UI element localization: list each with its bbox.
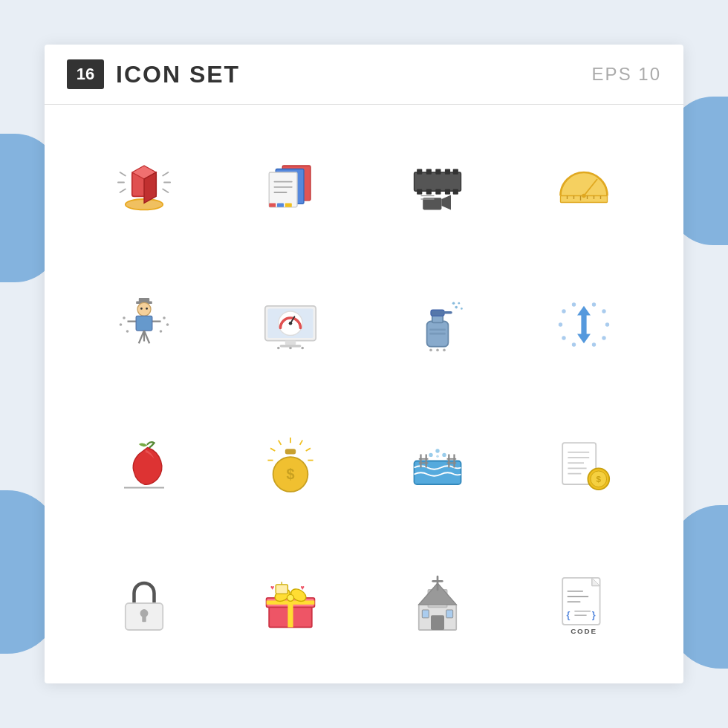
protractor-icon: [550, 152, 617, 219]
icon-cell-gift: ♥ ♥: [221, 538, 361, 670]
icon-cell-transfer: [515, 259, 654, 391]
svg-rect-18: [285, 203, 292, 207]
svg-point-84: [559, 323, 562, 327]
scarecrow-icon: [111, 291, 178, 358]
svg-rect-137: [276, 585, 287, 594]
icons-grid: $: [45, 105, 683, 684]
svg-rect-61: [285, 341, 296, 345]
svg-point-46: [140, 308, 143, 310]
svg-text:$: $: [287, 466, 295, 482]
svg-rect-17: [277, 203, 284, 207]
icon-cell-protractor: [515, 120, 654, 252]
document-coin-icon: $: [550, 431, 617, 498]
svg-point-85: [605, 323, 609, 327]
svg-text:♥: ♥: [270, 584, 274, 591]
film-strip-icon: [404, 152, 471, 219]
svg-line-100: [270, 448, 275, 451]
svg-point-76: [461, 308, 463, 310]
svg-rect-142: [431, 615, 444, 630]
svg-text:♥: ♥: [301, 584, 305, 591]
svg-line-9: [163, 189, 168, 192]
svg-rect-72: [443, 311, 452, 314]
svg-point-57: [126, 330, 129, 333]
icon-cell-monitor-speed: [221, 259, 361, 391]
svg-line-97: [306, 448, 311, 451]
svg-rect-144: [446, 610, 452, 618]
lock-icon: [111, 570, 178, 637]
svg-line-6: [120, 189, 125, 192]
money-bag-icon: $: [257, 431, 324, 498]
svg-point-115: [435, 449, 439, 452]
svg-point-75: [452, 302, 455, 305]
documents-icon: [257, 152, 324, 219]
icon-cell-chili: [74, 398, 214, 530]
svg-rect-21: [426, 169, 431, 174]
svg-point-79: [429, 349, 432, 352]
svg-point-67: [289, 347, 292, 350]
svg-rect-27: [435, 189, 441, 194]
icon-cell-documents: [221, 120, 361, 252]
svg-text:CODE: CODE: [571, 628, 597, 636]
icon-cell-swimming-pool: [368, 398, 507, 530]
svg-text:}: }: [592, 610, 596, 620]
svg-point-58: [159, 330, 162, 333]
3d-cube-icon: [111, 152, 178, 219]
svg-point-83: [602, 310, 606, 313]
svg-point-55: [163, 316, 166, 319]
icon-cell-document-coin: $: [515, 398, 654, 530]
icon-cell-lock: [74, 538, 214, 670]
chili-icon: [111, 431, 178, 498]
gift-icon: ♥ ♥: [257, 570, 324, 637]
header-eps: EPS 10: [592, 64, 661, 85]
svg-point-81: [443, 349, 446, 352]
svg-line-99: [279, 440, 282, 444]
svg-point-91: [592, 343, 596, 347]
icon-cell-perfume: [368, 259, 507, 391]
header: 16 ICON SET EPS 10: [45, 45, 683, 105]
icon-cell-film-strip: [368, 120, 507, 252]
code-file-icon: { } CODE: [550, 570, 617, 637]
svg-rect-28: [445, 189, 450, 194]
svg-point-87: [602, 337, 606, 340]
svg-point-86: [562, 337, 566, 340]
icon-cell-scarecrow: [74, 259, 214, 391]
svg-point-88: [572, 303, 576, 307]
svg-point-89: [592, 303, 596, 307]
icon-cell-code-file: { } CODE: [515, 538, 654, 670]
svg-marker-92: [577, 306, 591, 325]
svg-rect-50: [136, 316, 152, 331]
svg-marker-31: [441, 195, 451, 209]
svg-point-68: [302, 347, 305, 350]
svg-line-96: [300, 440, 303, 444]
svg-point-116: [442, 452, 446, 456]
svg-point-47: [146, 308, 148, 310]
perfume-icon: [404, 291, 471, 358]
transfer-icon: [550, 291, 617, 358]
icon-cell-3d-cube: [74, 120, 214, 252]
svg-rect-22: [435, 169, 441, 174]
svg-marker-93: [577, 325, 591, 343]
svg-rect-102: [285, 449, 296, 454]
svg-point-66: [277, 347, 280, 350]
monitor-speed-icon: [257, 291, 324, 358]
svg-point-74: [458, 302, 460, 305]
svg-text:$: $: [597, 474, 602, 484]
svg-rect-26: [426, 189, 431, 194]
icon-cell-church: [368, 538, 507, 670]
svg-rect-23: [445, 169, 450, 174]
svg-rect-16: [269, 203, 276, 207]
svg-point-136: [287, 595, 294, 602]
svg-point-54: [119, 323, 122, 326]
icon-cell-money-bag: $: [221, 398, 361, 530]
svg-rect-129: [142, 615, 146, 622]
svg-rect-25: [417, 189, 422, 194]
main-card: 16 ICON SET EPS 10: [45, 45, 683, 683]
svg-point-82: [562, 310, 566, 313]
svg-point-53: [123, 316, 126, 319]
svg-point-45: [137, 303, 151, 316]
svg-rect-24: [452, 169, 458, 174]
svg-rect-143: [422, 610, 429, 618]
svg-rect-19: [414, 172, 461, 191]
swimming-pool-icon: [404, 431, 471, 498]
svg-point-73: [455, 306, 458, 309]
